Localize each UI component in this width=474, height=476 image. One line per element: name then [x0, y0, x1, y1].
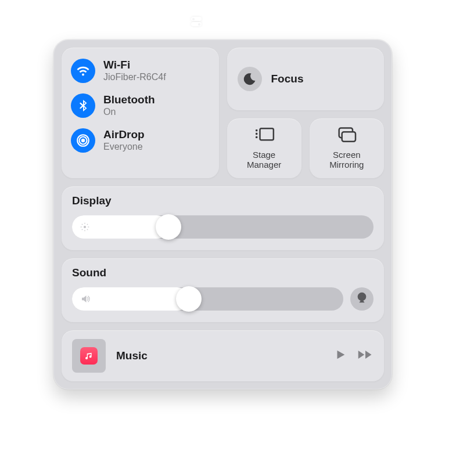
- svg-rect-3: [256, 129, 257, 131]
- wifi-title: Wi-Fi: [103, 59, 166, 71]
- bluetooth-subtitle: On: [103, 107, 155, 117]
- wifi-toggle[interactable]: Wi-Fi JioFiber-R6C4f: [71, 53, 210, 88]
- airdrop-subtitle: Everyone: [103, 142, 145, 152]
- svg-rect-6: [260, 128, 273, 140]
- stage-manager-icon: [253, 127, 276, 146]
- svg-line-14: [82, 223, 82, 224]
- svg-point-0: [81, 139, 85, 143]
- media-app-name: Music: [116, 349, 324, 362]
- svg-rect-5: [256, 136, 257, 138]
- media-controls: [334, 348, 374, 363]
- bluetooth-text: Bluetooth On: [103, 93, 155, 117]
- focus-label: Focus: [271, 73, 304, 85]
- svg-rect-8: [342, 132, 356, 142]
- display-brightness-slider[interactable]: [72, 215, 374, 239]
- speaker-icon: [80, 294, 91, 304]
- next-track-button[interactable]: [357, 348, 374, 363]
- airdrop-icon: [71, 128, 95, 153]
- stage-manager-button[interactable]: Stage Manager: [227, 118, 301, 178]
- svg-line-17: [87, 223, 88, 224]
- play-button[interactable]: [334, 348, 347, 363]
- svg-line-15: [87, 229, 88, 229]
- sound-volume-slider[interactable]: [72, 287, 343, 311]
- display-title: Display: [72, 194, 374, 207]
- wifi-subtitle: JioFiber-R6C4f: [103, 72, 166, 82]
- airplay-icon: [356, 291, 368, 306]
- moon-icon: [238, 67, 262, 91]
- album-art: [72, 339, 106, 373]
- airdrop-title: AirDrop: [103, 128, 145, 141]
- sound-slider-thumb[interactable]: [176, 286, 202, 312]
- focus-toggle[interactable]: Focus: [227, 48, 385, 110]
- stage-manager-label: Stage Manager: [247, 150, 281, 170]
- screen-mirroring-button[interactable]: Screen Mirroring: [310, 118, 384, 178]
- bluetooth-title: Bluetooth: [103, 93, 155, 106]
- sound-tile: Sound: [62, 258, 384, 322]
- airdrop-text: AirDrop Everyone: [103, 128, 145, 152]
- airplay-audio-button[interactable]: [350, 287, 374, 311]
- svg-point-19: [360, 294, 364, 298]
- music-app-icon: [80, 347, 98, 365]
- display-tile: Display: [62, 186, 384, 250]
- screen-mirroring-label: Screen Mirroring: [329, 150, 364, 170]
- display-slider-thumb[interactable]: [156, 214, 181, 240]
- control-center-menubar-icon[interactable]: [188, 15, 204, 28]
- svg-point-9: [84, 226, 86, 228]
- connectivity-tile: Wi-Fi JioFiber-R6C4f Bluetooth On Ai: [62, 48, 219, 178]
- sound-title: Sound: [72, 266, 374, 279]
- svg-line-16: [82, 229, 82, 229]
- wifi-text: Wi-Fi JioFiber-R6C4f: [103, 59, 166, 82]
- brightness-icon: [80, 222, 89, 232]
- control-center-panel: Wi-Fi JioFiber-R6C4f Bluetooth On Ai: [53, 39, 392, 390]
- screen-mirroring-icon: [335, 127, 358, 146]
- now-playing-tile[interactable]: Music: [62, 330, 384, 381]
- bluetooth-icon: [71, 93, 95, 118]
- wifi-icon: [71, 59, 95, 83]
- bluetooth-toggle[interactable]: Bluetooth On: [71, 88, 210, 123]
- airdrop-toggle[interactable]: AirDrop Everyone: [71, 123, 210, 158]
- svg-rect-4: [256, 133, 257, 135]
